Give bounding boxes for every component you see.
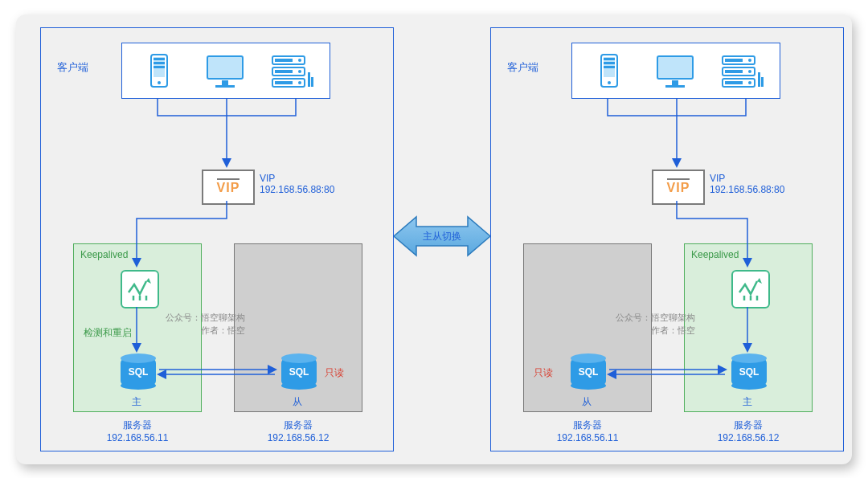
client-label: 客户端 (507, 60, 538, 75)
svg-rect-17 (275, 81, 293, 84)
server-rack-icon (271, 53, 315, 90)
svg-rect-26 (604, 58, 615, 60)
vip-box: VIP (652, 170, 705, 205)
check-restart-label: 检测和重启 (84, 326, 132, 340)
svg-rect-27 (604, 62, 615, 64)
vip-ip-label: VIP 192.168.56.88:80 (710, 173, 784, 195)
monitor-icon (203, 53, 247, 90)
db-primary-icon: SQL (121, 358, 156, 386)
svg-rect-4 (154, 62, 165, 64)
server-right-label: 服务器 192.168.56.12 (716, 419, 780, 446)
left-panel: 客户端 VIP (40, 27, 394, 451)
svg-rect-14 (275, 70, 293, 73)
role-secondary: 从 (293, 395, 302, 409)
svg-rect-19 (308, 72, 310, 87)
svg-point-6 (158, 81, 161, 84)
monitor-app-icon (121, 270, 159, 308)
db-secondary-icon: SQL (571, 358, 606, 386)
svg-rect-31 (672, 80, 678, 85)
readonly-label: 只读 (534, 366, 553, 380)
server-rack-icon (721, 53, 765, 90)
svg-point-35 (748, 59, 751, 62)
svg-rect-20 (311, 77, 313, 87)
keepalived-box: Keepalived SQL 主 (684, 243, 813, 412)
svg-point-12 (298, 59, 301, 62)
attribution: 公众号：悟空聊架构 作者：悟空 (607, 311, 695, 337)
diagram-canvas: 主从切换 客户端 V (16, 14, 852, 464)
svg-rect-7 (207, 56, 243, 79)
secondary-box: SQL 只读 从 (234, 243, 362, 412)
monitor-app-icon (731, 270, 770, 308)
db-primary-icon: SQL (731, 358, 767, 386)
svg-rect-9 (215, 85, 235, 88)
client-label: 客户端 (57, 60, 88, 75)
phone-icon (587, 53, 631, 90)
svg-rect-43 (761, 77, 764, 87)
svg-point-18 (298, 81, 301, 84)
keepalived-title: Keepalived (691, 249, 739, 260)
vip-title: VIP (217, 178, 240, 195)
svg-point-38 (748, 70, 751, 73)
svg-rect-28 (604, 66, 615, 68)
monitor-icon (653, 53, 697, 90)
phone-icon (137, 53, 181, 90)
server-left-label: 服务器 192.168.56.11 (105, 419, 170, 446)
svg-rect-37 (725, 70, 743, 73)
svg-rect-30 (657, 56, 693, 79)
svg-rect-42 (758, 72, 760, 87)
db-secondary-icon: SQL (281, 358, 317, 386)
svg-rect-34 (725, 59, 743, 62)
svg-rect-32 (665, 85, 685, 88)
server-right-label: 服务器 192.168.56.12 (266, 419, 330, 446)
attribution: 公众号：悟空聊架构 作者：悟空 (157, 311, 245, 337)
vip-box: VIP (202, 170, 255, 205)
switch-label: 主从切换 (423, 231, 461, 242)
svg-point-15 (298, 70, 301, 73)
right-panel: 客户端 VIP VIP 192.168.56.88:80 (490, 27, 844, 451)
role-primary: 主 (132, 395, 141, 409)
role-secondary: 从 (582, 395, 592, 409)
svg-rect-5 (154, 66, 165, 68)
svg-rect-3 (154, 58, 165, 60)
svg-point-29 (608, 81, 611, 84)
role-primary: 主 (743, 395, 752, 409)
server-left-label: 服务器 192.168.56.11 (555, 419, 620, 446)
readonly-label: 只读 (325, 366, 344, 380)
vip-ip-label: VIP 192.168.56.88:80 (260, 173, 334, 195)
svg-rect-8 (222, 80, 228, 85)
svg-point-41 (748, 81, 751, 84)
svg-rect-11 (275, 59, 293, 62)
client-box (121, 43, 330, 99)
switch-arrow-icon: 主从切换 (394, 214, 490, 259)
vip-title: VIP (667, 178, 690, 195)
client-box (571, 43, 780, 99)
keepalived-title: Keepalived (80, 249, 128, 260)
svg-rect-40 (725, 81, 743, 84)
